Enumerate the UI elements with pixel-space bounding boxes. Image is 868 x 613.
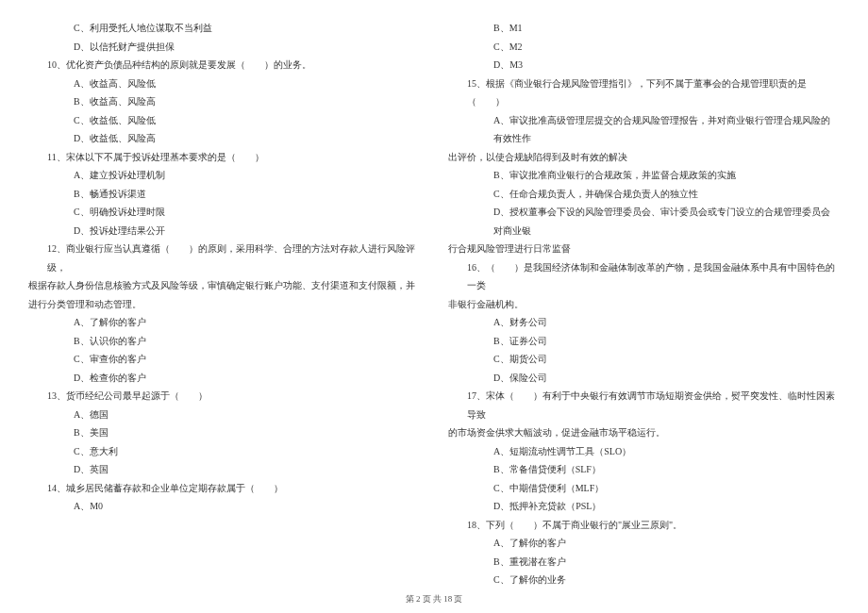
q12-stem-line3: 进行分类管理和动态管理。 (28, 295, 420, 314)
q15-option-a-line1: A、审议批准高级管理层提交的合规风险管理报告，并对商业银行管理合规风险的有效性作 (448, 111, 840, 148)
q16-option-c: C、期货公司 (448, 350, 840, 369)
right-column: B、M1 C、M2 D、M3 15、根据《商业银行合规风险管理指引》，下列不属于… (448, 19, 840, 566)
q10-stem: 10、优化资产负债品种结构的原则就是要发展（ ）的业务。 (28, 56, 420, 75)
q11-option-b: B、畅通投诉渠道 (28, 185, 420, 204)
q14-option-d: D、M3 (448, 56, 840, 75)
q15-option-a-line2: 出评价，以使合规缺陷得到及时有效的解决 (448, 148, 840, 167)
q17-option-b: B、常备借贷便利（SLF） (448, 460, 840, 479)
q17-stem-line1: 17、宋体（ ）有利于中央银行有效调节市场短期资金供给，熨平突发性、临时性因素导… (448, 387, 840, 423)
q12-option-c: C、审查你的客户 (28, 350, 420, 369)
q10-option-c: C、收益低、风险低 (28, 111, 420, 130)
q11-option-a: A、建立投诉处理机制 (28, 166, 420, 185)
q11-option-c: C、明确投诉处理时限 (28, 203, 420, 222)
q13-option-d: D、英国 (28, 460, 420, 479)
q15-option-b: B、审议批准商业银行的合规政策，并监督合规政策的实施 (448, 166, 840, 185)
q18-option-a: A、了解你的客户 (448, 534, 840, 553)
q18-stem: 18、下列（ ）不属于商业银行的"展业三原则"。 (448, 516, 840, 535)
q18-option-b: B、重视潜在客户 (448, 553, 840, 572)
q13-option-b: B、美国 (28, 423, 420, 442)
q13-option-c: C、意大利 (28, 442, 420, 461)
page-columns: C、利用受托人地位谋取不当利益 D、以信托财产提供担保 10、优化资产负债品种结… (28, 19, 840, 566)
q17-option-a: A、短期流动性调节工具（SLO） (448, 442, 840, 461)
q15-option-d-line2: 行合规风险管理进行日常监督 (448, 240, 840, 258)
q16-option-d: D、保险公司 (448, 369, 840, 388)
q17-stem-line2: 的市场资金供求大幅波动，促进金融市场平稳运行。 (448, 423, 840, 442)
q12-stem-line2: 根据存款人身份信息核验方式及风险等级，审慎确定银行账户功能、支付渠道和支付限额，… (28, 276, 420, 295)
q14-option-a: A、M0 (28, 497, 420, 516)
q12-option-d: D、检查你的客户 (28, 369, 420, 388)
q10-option-d: D、收益低、风险高 (28, 129, 420, 148)
q17-option-c: C、中期借贷便利（MLF） (448, 479, 840, 498)
q14-option-c: C、M2 (448, 38, 840, 57)
q17-option-d: D、抵押补充贷款（PSL） (448, 497, 840, 516)
q9-option-c: C、利用受托人地位谋取不当利益 (28, 19, 420, 38)
q16-stem-line1: 16、（ ）是我国经济体制和金融体制改革的产物，是我国金融体系中具有中国特色的一… (448, 258, 840, 295)
q15-option-c: C、任命合规负责人，并确保合规负责人的独立性 (448, 185, 840, 204)
q16-stem-line2: 非银行金融机构。 (448, 295, 840, 314)
q12-stem-line1: 12、商业银行应当认真遵循（ ）的原则，采用科学、合理的方法对存款人进行风险评级… (28, 240, 420, 276)
q15-stem: 15、根据《商业银行合规风险管理指引》，下列不属于董事会的合规管理职责的是（ ） (448, 75, 840, 111)
q9-option-d: D、以信托财产提供担保 (28, 38, 420, 57)
q14-stem: 14、城乡居民储蓄存款和企业单位定期存款属于（ ） (28, 479, 420, 498)
q12-option-a: A、了解你的客户 (28, 313, 420, 332)
q10-option-b: B、收益高、风险高 (28, 92, 420, 111)
q11-option-d: D、投诉处理结果公开 (28, 222, 420, 240)
q13-stem: 13、货币经纪公司最早起源于（ ） (28, 387, 420, 406)
q16-option-b: B、证券公司 (448, 332, 840, 351)
q12-option-b: B、认识你的客户 (28, 332, 420, 351)
q11-stem: 11、宋体以下不属于投诉处理基本要求的是（ ） (28, 148, 420, 167)
q16-option-a: A、财务公司 (448, 313, 840, 332)
q15-option-d-line1: D、授权董事会下设的风险管理委员会、审计委员会或专门设立的合规管理委员会对商业银 (448, 203, 840, 240)
q10-option-a: A、收益高、风险低 (28, 75, 420, 93)
q18-option-c: C、了解你的业务 (448, 571, 840, 589)
q14-option-b: B、M1 (448, 19, 840, 38)
left-column: C、利用受托人地位谋取不当利益 D、以信托财产提供担保 10、优化资产负债品种结… (28, 19, 420, 566)
q13-option-a: A、德国 (28, 406, 420, 424)
page-footer: 第 2 页 共 18 页 (0, 593, 868, 605)
